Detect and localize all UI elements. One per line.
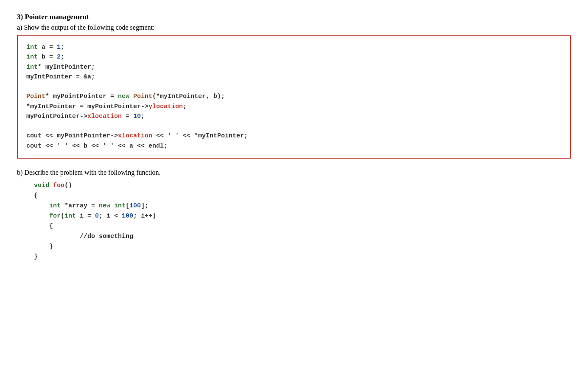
code-line: *myIntPointer = myPointPointer->ylocatio…	[26, 102, 562, 112]
code-line	[26, 121, 562, 131]
code-line: myPointPointer->xlocation = 10;	[26, 112, 562, 121]
code-line: int b = 2;	[26, 52, 562, 62]
code-line	[26, 82, 562, 92]
code-box-a: int a = 1;int b = 2;int* myIntPointer;my…	[17, 35, 571, 159]
code-line: void foo()	[34, 181, 571, 191]
code-line: int *array = new int[100];	[34, 201, 571, 211]
part-b-label: b) Describe the problem with the followi…	[17, 169, 571, 176]
code-line: }	[34, 252, 571, 262]
code-line: int a = 1;	[26, 42, 562, 52]
code-line: {	[34, 191, 571, 201]
code-line: cout << myPointPointer->xlocation << ' '…	[26, 131, 562, 141]
code-line: //do something	[34, 232, 571, 242]
part-a-label: a) Show the output of the following code…	[17, 24, 571, 31]
code-line: Point* myPointPointer = new Point(*myInt…	[26, 92, 562, 101]
code-line: cout << ' ' << b << ' ' << a << endl;	[26, 141, 562, 151]
code-line: {	[34, 221, 571, 232]
code-block-b: void foo(){ int *array = new int[100]; f…	[17, 181, 571, 262]
code-line: myIntPointer = &a;	[26, 72, 562, 82]
code-line: for(int i = 0; i < 100; i++)	[34, 211, 571, 221]
section-title: 3) Pointer management	[17, 13, 571, 21]
code-line: }	[34, 242, 571, 252]
code-line: int* myIntPointer;	[26, 62, 562, 72]
